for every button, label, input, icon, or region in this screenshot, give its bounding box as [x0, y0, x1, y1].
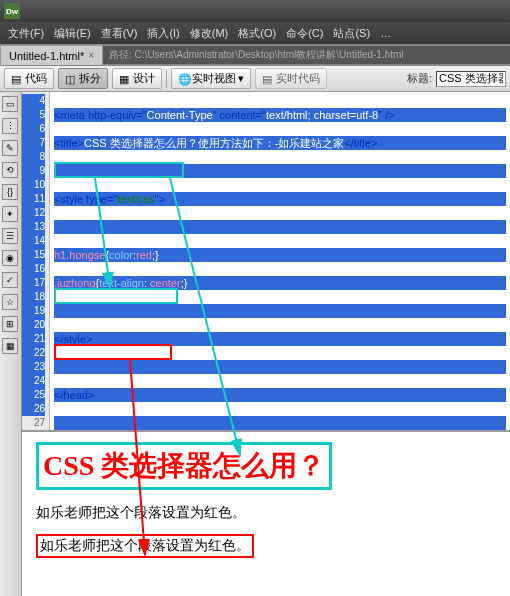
- menu-format[interactable]: 格式(O): [234, 24, 280, 43]
- menu-command[interactable]: 命令(C): [282, 24, 327, 43]
- split-icon: ◫: [65, 73, 77, 85]
- preview-p2: 如乐老师把这个段落设置为红色。: [36, 534, 254, 558]
- menubar: 文件(F) 编辑(E) 查看(V) 插入(I) 修改(M) 格式(O) 命令(C…: [0, 22, 510, 44]
- tool-icon[interactable]: ✦: [2, 206, 18, 222]
- design-icon: ▦: [119, 73, 131, 85]
- line-gutter: 4567891011121314151617181920212223242526…: [22, 92, 50, 430]
- menu-insert[interactable]: 插入(I): [143, 24, 183, 43]
- path-value: C:\Users\Administrator\Desktop\html教程讲解\…: [135, 49, 404, 60]
- content: 4567891011121314151617181920212223242526…: [22, 92, 510, 596]
- code-text[interactable]: <meta http-equiv="Content-Type" content=…: [50, 92, 510, 430]
- app-logo-icon: Dw: [4, 3, 20, 19]
- preview-p1: 如乐老师把这个段落设置为红色。: [36, 504, 496, 522]
- tool-icon[interactable]: ⟲: [2, 162, 18, 178]
- live-icon: 🌐: [178, 73, 190, 85]
- menu-modify[interactable]: 修改(M): [186, 24, 233, 43]
- tool-icon[interactable]: ✓: [2, 272, 18, 288]
- divider: [166, 70, 167, 88]
- code-icon: ▤: [11, 73, 23, 85]
- titlebar: Dw: [0, 0, 510, 22]
- tab-label: Untitled-1.html*: [9, 50, 84, 62]
- design-preview[interactable]: CSS 类选择器怎么用？ 如乐老师把这个段落设置为红色。 如乐老师把这个段落设置…: [22, 432, 510, 596]
- livecode-icon: ▤: [262, 73, 274, 85]
- menu-edit[interactable]: 编辑(E): [50, 24, 95, 43]
- code-editor[interactable]: 4567891011121314151617181920212223242526…: [22, 92, 510, 432]
- chevron-down-icon: ▾: [238, 72, 244, 85]
- tool-icon[interactable]: ⊞: [2, 316, 18, 332]
- tool-icon[interactable]: ☰: [2, 228, 18, 244]
- path-label: 路径:: [109, 49, 132, 60]
- live-code-button[interactable]: ▤实时代码: [255, 68, 327, 89]
- menu-more[interactable]: …: [376, 25, 395, 41]
- menu-site[interactable]: 站点(S): [329, 24, 374, 43]
- preview-h1: CSS 类选择器怎么用？: [36, 442, 332, 490]
- tool-icon[interactable]: ☆: [2, 294, 18, 310]
- code-view-button[interactable]: ▤代码: [4, 68, 54, 89]
- design-view-button[interactable]: ▦设计: [112, 68, 162, 89]
- main: ▭ ⋮ ✎ ⟲ {} ✦ ☰ ◉ ✓ ☆ ⊞ ▦ 456789101112131…: [0, 92, 510, 596]
- tool-icon[interactable]: ⋮: [2, 118, 18, 134]
- title-label: 标题:: [407, 71, 432, 86]
- tool-icon[interactable]: ▦: [2, 338, 18, 354]
- view-toolbar: ▤代码 ◫拆分 ▦设计 🌐实时视图▾ ▤实时代码 标题:: [0, 66, 510, 92]
- document-tab[interactable]: Untitled-1.html* ×: [0, 45, 103, 65]
- tool-icon[interactable]: ◉: [2, 250, 18, 266]
- tool-icon[interactable]: ▭: [2, 96, 18, 112]
- close-icon[interactable]: ×: [88, 50, 94, 61]
- tabbar: Untitled-1.html* × 路径: C:\Users\Administ…: [0, 44, 510, 66]
- code-sidebar: ▭ ⋮ ✎ ⟲ {} ✦ ☰ ◉ ✓ ☆ ⊞ ▦: [0, 92, 22, 596]
- tool-icon[interactable]: ✎: [2, 140, 18, 156]
- live-view-button[interactable]: 🌐实时视图▾: [171, 68, 251, 89]
- menu-file[interactable]: 文件(F): [4, 24, 48, 43]
- path-bar: 路径: C:\Users\Administrator\Desktop\html教…: [103, 46, 510, 64]
- menu-view[interactable]: 查看(V): [97, 24, 142, 43]
- tool-icon[interactable]: {}: [2, 184, 18, 200]
- split-view-button[interactable]: ◫拆分: [58, 68, 108, 89]
- title-input[interactable]: [436, 71, 506, 87]
